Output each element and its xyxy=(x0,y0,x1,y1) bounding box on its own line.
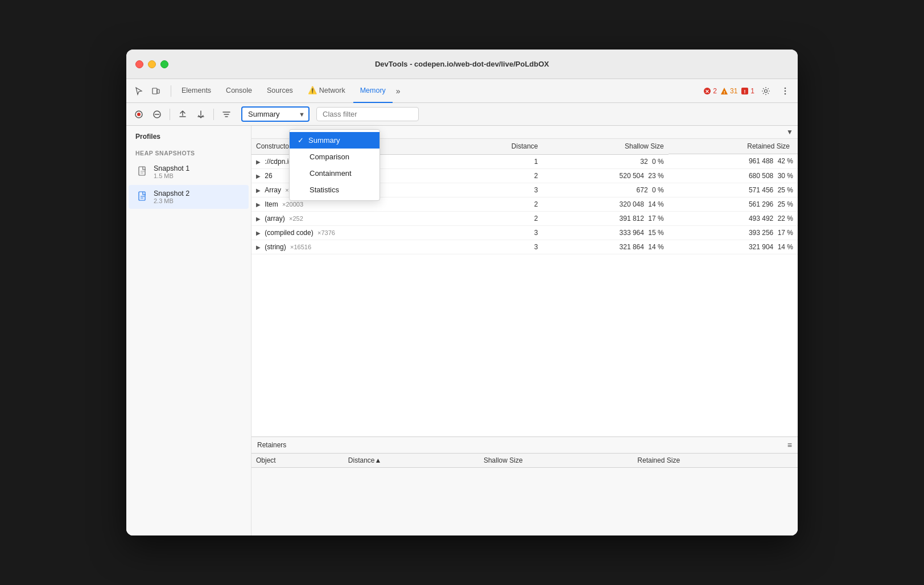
traffic-lights xyxy=(135,60,168,68)
more-tabs-button[interactable]: » xyxy=(394,86,403,96)
info-badge[interactable]: ! 1 xyxy=(741,87,754,95)
svg-text:!: ! xyxy=(724,89,725,94)
svg-point-9 xyxy=(785,87,786,89)
row-2-retained: 571 456 25 % xyxy=(669,183,798,197)
error-count: 2 xyxy=(713,87,717,95)
network-warning-icon: ⚠️ xyxy=(308,86,317,94)
info-count: 1 xyxy=(750,87,754,95)
record-button[interactable] xyxy=(131,106,147,122)
expand-arrow-1[interactable]: ▶ xyxy=(256,173,261,179)
close-button[interactable] xyxy=(135,60,143,68)
heap-snapshots-label: HEAP SNAPSHOTS xyxy=(126,145,251,159)
retainers-empty-row xyxy=(251,467,798,535)
retainers-col-shallow[interactable]: Shallow Size xyxy=(479,454,633,468)
more-options-icon[interactable] xyxy=(777,83,793,99)
device-toolbar-icon[interactable] xyxy=(148,83,164,99)
toolbar-left-icons xyxy=(131,83,164,99)
table-row[interactable]: ▶ (array) ×252 2 391 812 17 % xyxy=(251,211,798,225)
expand-arrow-0[interactable]: ▶ xyxy=(256,159,261,165)
dropdown-option-comparison[interactable]: Comparison xyxy=(290,149,380,165)
table-row[interactable]: ▶ (compiled code) ×7376 3 333 964 15 % xyxy=(251,225,798,240)
svg-rect-0 xyxy=(152,88,157,94)
col-shallow-size[interactable]: Shallow Size xyxy=(543,139,669,154)
snapshot-2-item[interactable]: Snapshot 2 2.3 MB xyxy=(129,185,249,209)
row-0-distance: 1 xyxy=(459,154,542,168)
check-icon: ✓ xyxy=(298,136,304,145)
retainers-table: Object Distance▲ Shallow Size Retained S… xyxy=(251,454,798,536)
row-5-shallow: 333 964 15 % xyxy=(543,225,669,240)
toolbar-sep-2 xyxy=(170,109,170,120)
tab-sources-label: Sources xyxy=(267,86,293,94)
main-toolbar: Elements Console Sources ⚠️ Network Memo… xyxy=(126,79,798,103)
tab-memory[interactable]: Memory xyxy=(353,79,393,103)
row-5-constructor: ▶ (compiled code) ×7376 xyxy=(251,225,459,240)
dropdown-option-containment[interactable]: Containment xyxy=(290,165,380,182)
svg-point-10 xyxy=(785,90,786,92)
snapshot-2-info: Snapshot 2 2.3 MB xyxy=(154,189,189,204)
titlebar: DevTools - codepen.io/web-dot-dev/live/P… xyxy=(126,50,798,79)
sidebar: Profiles HEAP SNAPSHOTS Snapshot 1 1.5 M xyxy=(126,126,251,535)
tab-elements-label: Elements xyxy=(182,86,211,94)
maximize-button[interactable] xyxy=(160,60,168,68)
dropdown-option-statistics[interactable]: Statistics xyxy=(290,182,380,198)
retainers-col-object[interactable]: Object xyxy=(251,454,344,468)
minimize-button[interactable] xyxy=(148,60,156,68)
row-4-retained: 493 492 22 % xyxy=(669,211,798,225)
summary-select-wrapper: Summary Comparison Containment Statistic… xyxy=(241,106,310,122)
retainers-col-retained[interactable]: Retained Size xyxy=(633,454,798,468)
upload-button[interactable] xyxy=(175,106,191,122)
dropdown-option-statistics-label: Statistics xyxy=(310,186,339,194)
expand-arrow-4[interactable]: ▶ xyxy=(256,216,261,222)
snapshot-1-info: Snapshot 1 1.5 MB xyxy=(154,164,189,179)
svg-text:✕: ✕ xyxy=(705,89,710,94)
row-6-retained: 321 904 14 % xyxy=(669,240,798,254)
clear-button[interactable] xyxy=(149,106,165,122)
tab-sources[interactable]: Sources xyxy=(260,79,300,103)
warn-count: 31 xyxy=(730,87,737,95)
tab-console[interactable]: Console xyxy=(219,79,259,103)
expand-arrow-2[interactable]: ▶ xyxy=(256,187,261,193)
summary-select[interactable]: Summary Comparison Containment Statistic… xyxy=(241,106,310,122)
row-3-distance: 2 xyxy=(459,197,542,211)
toolbar-separator-1 xyxy=(171,85,171,97)
warn-badge[interactable]: ! 31 xyxy=(720,87,737,95)
filter-button[interactable] xyxy=(218,106,234,122)
tab-network[interactable]: ⚠️ Network xyxy=(301,79,352,103)
retainers-menu-icon[interactable]: ≡ xyxy=(787,440,792,450)
expand-arrow-3[interactable]: ▶ xyxy=(256,201,261,208)
svg-rect-1 xyxy=(157,89,159,93)
row-5-retained: 393 256 17 % xyxy=(669,225,798,240)
download-button[interactable] xyxy=(193,106,209,122)
snapshot-2-size: 2.3 MB xyxy=(154,197,189,204)
svg-point-11 xyxy=(785,93,786,94)
retainers-section: Retainers ≡ Object Distance▲ xyxy=(251,436,798,536)
class-filter-input[interactable] xyxy=(316,107,419,121)
row-0-shallow: 32 0 % xyxy=(543,154,669,168)
error-badge[interactable]: ✕ 2 xyxy=(703,87,717,95)
dropdown-option-summary[interactable]: ✓ Summary xyxy=(290,132,380,149)
toolbar-sep-3 xyxy=(213,109,214,120)
devtools-window: DevTools - codepen.io/web-dot-dev/live/P… xyxy=(126,50,798,535)
row-5-distance: 3 xyxy=(459,225,542,240)
col-distance[interactable]: Distance xyxy=(459,139,542,154)
toolbar-right: ✕ 2 ! 31 ! 1 xyxy=(703,83,793,99)
col-retained-size[interactable]: Retained Size xyxy=(669,139,798,154)
tab-elements[interactable]: Elements xyxy=(175,79,218,103)
row-3-shallow: 320 048 14 % xyxy=(543,197,669,211)
cursor-icon[interactable] xyxy=(131,83,147,99)
row-4-constructor: ▶ (array) ×252 xyxy=(251,211,459,225)
snapshot-1-item[interactable]: Snapshot 1 1.5 MB xyxy=(129,160,249,184)
expand-arrow-6[interactable]: ▶ xyxy=(256,244,261,250)
table-row[interactable]: ▶ (string) ×16516 3 321 864 14 % xyxy=(251,240,798,254)
row-6-constructor: ▶ (string) ×16516 xyxy=(251,240,459,254)
tab-console-label: Console xyxy=(226,86,252,94)
expand-arrow-5[interactable]: ▶ xyxy=(256,230,261,236)
retainers-col-distance[interactable]: Distance▲ xyxy=(344,454,479,468)
settings-icon[interactable] xyxy=(758,83,774,99)
view-dropdown-arrow[interactable]: ▼ xyxy=(786,128,793,136)
dropdown-option-summary-label: Summary xyxy=(308,136,340,145)
snapshot-2-name: Snapshot 2 xyxy=(154,189,189,197)
retainers-title: Retainers xyxy=(257,441,286,449)
row-0-retained: 961 488 42 % xyxy=(669,154,798,168)
row-2-shallow: 672 0 % xyxy=(543,183,669,197)
